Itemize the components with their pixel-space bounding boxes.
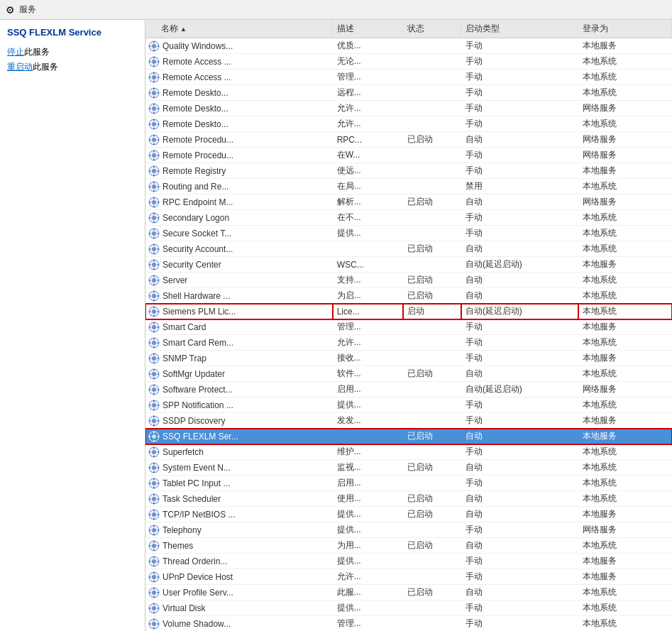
stop-service-link[interactable]: 停止此服务 — [7, 46, 138, 58]
table-row[interactable]: Remote Deskto...允许...手动网络服务 — [145, 101, 672, 116]
restart-service-link[interactable]: 重启动此服务 — [7, 61, 138, 73]
svg-point-61 — [152, 200, 156, 204]
table-row[interactable]: SPP Notification ...提供...手动本地系统 — [145, 397, 672, 413]
table-row[interactable]: TCP/IP NetBIOS ...提供...已启动自动本地服务 — [145, 507, 672, 522]
table-row[interactable]: Thread Orderin...提供...手动本地服务 — [145, 554, 672, 569]
svg-rect-123 — [153, 361, 155, 363]
svg-rect-212 — [153, 588, 155, 590]
table-row[interactable]: RPC Endpoint M...解析...已启动自动网络服务 — [145, 194, 672, 210]
svg-rect-5 — [158, 45, 160, 47]
table-row[interactable]: Smart Card管理...手动本地服务 — [145, 319, 672, 335]
col-header-startup[interactable]: 启动类型 — [461, 20, 578, 38]
table-row[interactable]: Task Scheduler使用...已启动自动本地系统 — [145, 491, 672, 507]
svg-rect-134 — [153, 385, 155, 387]
svg-rect-128 — [153, 369, 155, 371]
table-row[interactable]: Quality Windows...优质...手动本地服务 — [145, 38, 672, 54]
restart-link-anchor[interactable]: 重启动 — [7, 62, 33, 72]
service-startup: 自动 — [461, 585, 578, 600]
service-startup: 手动 — [461, 616, 578, 632]
svg-point-145 — [152, 419, 156, 423]
table-row[interactable]: Remote Procedu...RPC...已启动自动网络服务 — [145, 132, 672, 148]
svg-rect-87 — [153, 268, 155, 270]
service-name: Quality Windows... — [163, 41, 233, 51]
svg-rect-176 — [153, 494, 155, 496]
service-status — [403, 522, 461, 538]
service-name-cell: SPP Notification ... — [145, 397, 333, 413]
table-row[interactable]: Remote Deskto...远程...手动本地系统 — [145, 85, 672, 101]
service-name: Security Center — [163, 260, 221, 270]
table-row[interactable]: Remote Deskto...允许...手动本地系统 — [145, 116, 672, 132]
table-row[interactable]: Telephony提供...手动网络服务 — [145, 522, 672, 538]
svg-rect-116 — [153, 338, 155, 340]
service-startup: 手动 — [461, 70, 578, 85]
svg-rect-188 — [153, 525, 155, 527]
table-row[interactable]: Routing and Re...在局...禁用本地系统 — [145, 179, 672, 194]
service-startup: 自动 — [461, 241, 578, 257]
service-startup: 禁用 — [461, 179, 578, 194]
table-row[interactable]: User Profile Serv...此服...已启动自动本地系统 — [145, 585, 672, 600]
svg-rect-26 — [153, 104, 155, 106]
svg-point-139 — [152, 403, 156, 407]
table-row[interactable]: UPnP Device Host允许...手动本地服务 — [145, 569, 672, 585]
service-name: TCP/IP NetBIOS ... — [163, 510, 235, 520]
service-desc: 无论... — [333, 54, 403, 70]
svg-rect-16 — [149, 77, 151, 78]
table-row[interactable]: Security CenterWSC...自动(延迟启动)本地服务 — [145, 257, 672, 273]
table-row[interactable]: System Event N...监视...已启动自动本地系统 — [145, 460, 672, 476]
service-name: Routing and Re... — [163, 182, 228, 192]
svg-rect-131 — [158, 373, 160, 375]
table-row[interactable]: Software Protect...启用...自动(延迟启动)网络服务 — [145, 382, 672, 397]
table-row[interactable]: Remote Access ...管理...手动本地系统 — [145, 70, 672, 85]
service-name: Remote Deskto... — [163, 88, 228, 98]
svg-point-103 — [152, 309, 156, 314]
table-row[interactable]: Server支持...已启动自动本地系统 — [145, 273, 672, 288]
service-name: Thread Orderin... — [163, 556, 227, 566]
table-row[interactable]: SSDP Discovery发发...手动本地服务 — [145, 413, 672, 429]
table-row[interactable]: Virtual Disk提供...手动本地系统 — [145, 600, 672, 616]
svg-point-211 — [152, 591, 156, 595]
table-row[interactable]: Volume Shadow...管理...手动本地系统 — [145, 616, 672, 632]
service-icon — [148, 290, 160, 302]
table-row[interactable]: Themes为用...已启动自动本地系统 — [145, 538, 672, 554]
table-row[interactable]: Remote Procedu...在W...手动网络服务 — [145, 148, 672, 163]
header-row: 名称▲ 描述 状态 启动类型 登录为 — [145, 20, 672, 38]
table-row[interactable]: SoftMgr Updater软件...已启动自动本地系统 — [145, 366, 672, 382]
service-status — [403, 335, 461, 351]
table-row[interactable]: Remote Registry使远...手动本地服务 — [145, 163, 672, 179]
svg-rect-182 — [153, 510, 155, 512]
service-desc: 使远... — [333, 163, 403, 179]
right-panel[interactable]: 名称▲ 描述 状态 启动类型 登录为 Quality Windows...优质.… — [145, 20, 672, 631]
table-row[interactable]: Remote Access ...无论...手动本地系统 — [145, 54, 672, 70]
col-header-name[interactable]: 名称▲ — [145, 20, 333, 38]
svg-rect-200 — [153, 556, 155, 559]
service-name: Volume Shadow... — [163, 619, 231, 629]
table-row[interactable]: Superfetch维护...手动本地系统 — [145, 444, 672, 460]
service-name-cell: Tablet PC Input ... — [145, 476, 333, 491]
col-header-desc[interactable]: 描述 — [333, 20, 403, 38]
service-status: 已启动 — [403, 366, 461, 382]
svg-rect-10 — [149, 61, 151, 62]
table-row[interactable]: Siemens PLM Lic...Lice...启动自动(延迟启动)本地系统 — [145, 304, 672, 319]
svg-rect-165 — [153, 471, 155, 473]
service-startup: 手动 — [461, 522, 578, 538]
svg-point-217 — [152, 606, 156, 610]
table-row[interactable]: Shell Hardware ...为启...已启动自动本地系统 — [145, 288, 672, 304]
svg-rect-27 — [153, 111, 155, 114]
service-name-cell: SSQ FLEXLM Ser... — [145, 429, 333, 444]
table-row[interactable]: SSQ FLEXLM Ser...已启动自动本地服务 — [145, 429, 672, 444]
table-row[interactable]: Security Account...已启动自动本地系统 — [145, 241, 672, 257]
svg-rect-225 — [153, 627, 155, 629]
table-row[interactable]: Secondary Logon在不...手动本地系统 — [145, 210, 672, 226]
col-header-login[interactable]: 登录为 — [578, 20, 672, 38]
service-desc: 提供... — [333, 397, 403, 413]
svg-point-55 — [152, 185, 156, 189]
table-row[interactable]: Secure Socket T...提供...手动本地系统 — [145, 226, 672, 241]
table-row[interactable]: Tablet PC Input ...启用...手动本地系统 — [145, 476, 672, 491]
col-header-status[interactable]: 状态 — [403, 20, 461, 38]
service-desc: WSC... — [333, 257, 403, 273]
service-name: Themes — [163, 541, 193, 551]
service-status: 已启动 — [403, 194, 461, 210]
table-row[interactable]: SNMP Trap接收...手动本地服务 — [145, 351, 672, 366]
stop-link-anchor[interactable]: 停止 — [7, 47, 24, 57]
table-row[interactable]: Smart Card Rem...允许...手动本地系统 — [145, 335, 672, 351]
